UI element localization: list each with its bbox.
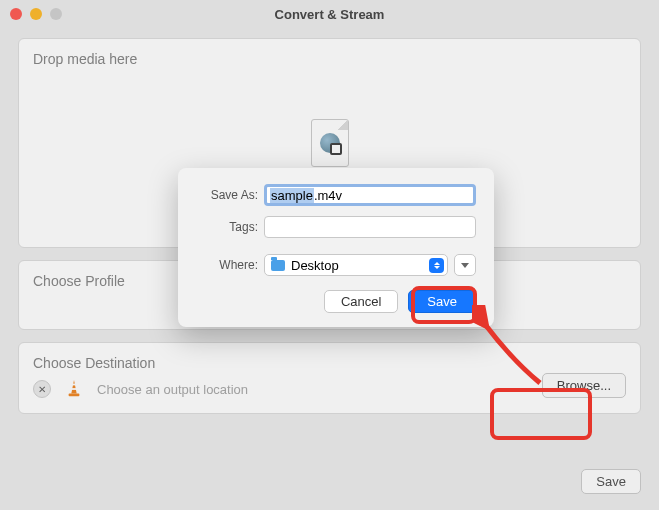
where-select[interactable]: Desktop [264,254,448,276]
where-label: Where: [196,258,264,272]
tags-input[interactable] [264,216,476,238]
save-as-filename-selection: sample [270,188,314,203]
expand-dialog-button[interactable] [454,254,476,276]
save-button[interactable]: Save [408,290,476,313]
save-as-filename-suffix: .m4v [314,188,342,203]
save-as-label: Save As: [196,188,264,202]
save-dialog: Save As: sample.m4v Tags: Where: Desktop… [178,168,494,327]
folder-icon [271,260,285,271]
tags-label: Tags: [196,220,264,234]
select-stepper-icon [429,258,444,273]
cancel-button[interactable]: Cancel [324,290,398,313]
save-as-input[interactable]: sample.m4v [264,184,476,206]
where-value: Desktop [291,258,339,273]
